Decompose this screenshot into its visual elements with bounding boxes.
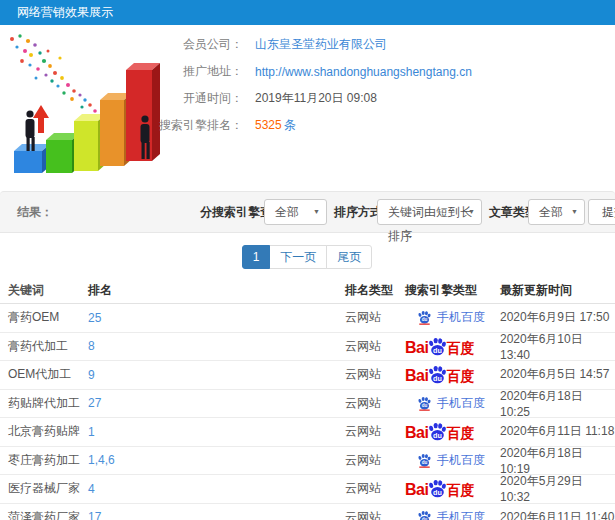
baidu-logo: Bai du 百度 [405,365,474,384]
updated-cell: 2020年6月5日 14:57 [500,366,615,383]
member-company-row: 会员公司： 山东皇圣堂药业有限公司 [0,31,615,58]
mobile-baidu-badge: du 手机百度 [417,509,485,520]
page-next-button[interactable]: 下一页 [269,245,327,269]
keyword-cell: 膏药代加工 [0,338,88,355]
open-time-label: 开通时间： [0,90,243,107]
baidu-paw-icon: du [417,453,432,468]
rank-link[interactable]: 9 [88,368,345,382]
col-keyword: 关键词 [0,282,88,299]
keyword-cell: 膏药OEM [0,309,88,326]
rank-type-cell: 云网站 [345,366,405,383]
engine-cell: du 手机百度 Bai du 百度 [405,365,500,384]
title-bar: 网络营销效果展示 [0,0,615,25]
table-row: 枣庄膏药加工 1,4,6 云网站 du 手机百度 [0,447,615,476]
baidu-logo: Bai du 百度 [405,422,474,441]
rank-type-cell: 云网站 [345,509,405,520]
baidu-logo-bai: Bai [405,339,428,356]
rank-type-cell: 云网站 [345,452,405,469]
rank-link[interactable]: 8 [88,339,345,353]
promo-url-link[interactable]: http://www.shandonghuangshengtang.cn [255,65,472,79]
mobile-baidu-label: 手机百度 [437,309,485,326]
mobile-baidu-label: 手机百度 [437,509,485,520]
mobile-baidu-label: 手机百度 [437,452,485,469]
engine-view-select[interactable]: 全部 ▼ [264,199,327,225]
rank-type-cell: 云网站 [345,480,405,497]
baidu-logo-bai: Bai [405,367,428,384]
submit-button[interactable]: 提交 [588,199,615,225]
col-rank-type: 排名类型 [345,282,405,299]
engine-cell: du 手机百度 Bai du 百度 [405,452,500,469]
engine-cell: du 手机百度 Bai du 百度 [405,309,500,326]
result-label: 结果： [17,192,53,232]
col-engine-type: 搜索引擎类型 [405,282,500,299]
member-info-list: 会员公司： 山东皇圣堂药业有限公司 推广地址： http://www.shand… [0,31,615,139]
table-row: 药贴牌代加工 27 云网站 du 手机百度 Ba [0,390,615,419]
updated-cell: 2020年6月9日 17:50 [500,309,615,326]
svg-text:du: du [422,403,428,408]
mobile-baidu-label: 手机百度 [437,395,485,412]
page-last-button[interactable]: 尾页 [326,245,372,269]
baidu-paw-icon: du [417,510,432,520]
keyword-rank-table: 关键词 排名 排名类型 搜索引擎类型 最新更新时间 膏药OEM 25 云网站 d… [0,278,615,520]
baidu-logo-bai: Bai [405,424,428,441]
table-row: 膏药OEM 25 云网站 du 手机百度 Bai [0,304,615,333]
baidu-logo-cn: 百度 [446,368,474,384]
page-current-button[interactable]: 1 [242,245,271,269]
chevron-down-icon: ▼ [468,200,475,224]
member-company-link[interactable]: 山东皇圣堂药业有限公司 [255,36,387,53]
engine-rank-label: 搜索引擎排名： [0,117,243,134]
col-updated: 最新更新时间 [500,282,615,299]
rank-link[interactable]: 27 [88,396,345,410]
svg-text:du: du [422,318,428,323]
chevron-down-icon: ▼ [571,200,578,224]
engine-cell: du 手机百度 Bai du 百度 [405,422,500,441]
open-time-value: 2019年11月20日 09:08 [255,90,377,107]
engine-cell: du 手机百度 Bai du 百度 [405,395,500,412]
rank-link[interactable]: 1,4,6 [88,453,345,467]
baidu-logo-cn: 百度 [446,340,474,356]
member-info-section: 会员公司： 山东皇圣堂药业有限公司 推广地址： http://www.shand… [0,25,615,191]
updated-cell: 2020年6月18日 10:19 [500,445,615,476]
mobile-baidu-badge: du 手机百度 [417,395,485,412]
col-rank: 排名 [88,282,345,299]
engine-cell: du 手机百度 Bai du 百度 [405,479,500,498]
baidu-logo-cn: 百度 [446,482,474,498]
promo-url-label: 推广地址： [0,63,243,80]
engine-rank-value: 5325条 [255,117,296,134]
table-row: 北京膏药贴牌 1 云网站 du 手机百度 Bai [0,418,615,447]
baidu-paw-icon: du [417,396,432,411]
engine-cell: du 手机百度 Bai du 百度 [405,509,500,520]
rank-link[interactable]: 4 [88,482,345,496]
rank-link[interactable]: 17 [88,510,345,520]
baidu-paw-icon: du [427,337,448,356]
keyword-cell: 枣庄膏药加工 [0,452,88,469]
engine-rank-row: 搜索引擎排名： 5325条 [0,112,615,139]
engine-view-selected: 全部 [275,205,299,219]
mobile-baidu-badge: du 手机百度 [417,452,485,469]
rank-link[interactable]: 25 [88,311,345,325]
article-type-selected: 全部 [539,205,563,219]
svg-text:du: du [433,374,442,383]
table-row: 医疗器械厂家 4 云网站 du 手机百度 Bai [0,475,615,504]
baidu-logo-bai: Bai [405,481,428,498]
baidu-paw-icon: du [427,422,448,441]
updated-cell: 2020年6月18日 10:25 [500,388,615,419]
promo-url-row: 推广地址： http://www.shandonghuangshengtang.… [0,58,615,85]
keyword-cell: 医疗器械厂家 [0,480,88,497]
svg-text:du: du [433,346,442,355]
table-header-row: 关键词 排名 排名类型 搜索引擎类型 最新更新时间 [0,278,615,304]
baidu-logo: Bai du 百度 [405,337,474,356]
svg-text:du: du [433,431,442,440]
sort-selected: 关键词由短到长排序 [388,205,472,243]
open-time-row: 开通时间： 2019年11月20日 09:08 [0,85,615,112]
table-row: 膏药代加工 8 云网站 du 手机百度 Bai [0,333,615,362]
sort-label: 排序方式 [334,192,382,232]
chevron-down-icon: ▼ [313,200,320,224]
engine-cell: du 手机百度 Bai du 百度 [405,337,500,356]
mobile-baidu-badge: du 手机百度 [417,309,485,326]
rank-link[interactable]: 1 [88,425,345,439]
rank-count: 5325 [255,118,282,132]
sort-select[interactable]: 关键词由短到长排序 ▼ [377,199,482,225]
article-type-select[interactable]: 全部 ▼ [528,199,585,225]
baidu-paw-icon: du [427,365,448,384]
